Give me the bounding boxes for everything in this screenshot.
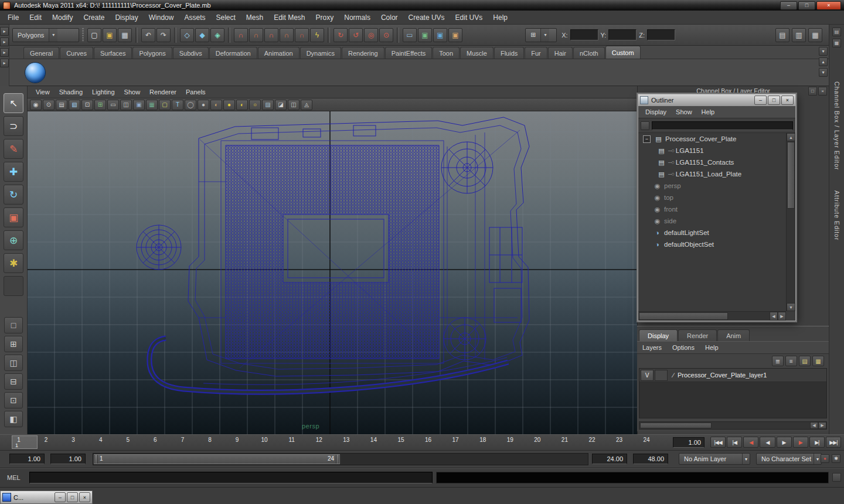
render-settings-icon[interactable]: ▣ <box>448 28 462 42</box>
outliner-item-defaultobjectset[interactable]: ◑defaultObjectSet <box>638 239 786 250</box>
panel-menu-view[interactable]: View <box>31 87 55 97</box>
custom-shelf-item-icon[interactable] <box>25 62 46 83</box>
smooth-shade-mode-icon[interactable]: ● <box>198 100 209 110</box>
snap-to-view-planes-icon[interactable]: ∩ <box>280 28 294 42</box>
shelf-tab-fluids[interactable]: Fluids <box>494 47 524 59</box>
menu-modify[interactable]: Modify <box>47 12 78 23</box>
animation-start-field[interactable]: 1.00 <box>9 454 45 464</box>
minimize-button[interactable]: – <box>55 492 66 502</box>
shelf-tab-fur[interactable]: Fur <box>525 47 547 59</box>
range-start-handle[interactable] <box>94 455 98 464</box>
wireframe-mode-icon[interactable]: ◯ <box>185 100 196 110</box>
scrollbar-thumb[interactable] <box>639 312 728 320</box>
snap-to-curves-icon[interactable]: ∩ <box>249 28 263 42</box>
layer-menu-help[interactable]: Help <box>700 342 724 353</box>
outliner-item-lga1151-load-plate[interactable]: ▤─○LGA1151_Load_Plate <box>638 168 786 180</box>
last-tool-slot[interactable] <box>4 276 23 296</box>
collapse-toolbar-row-1-icon[interactable]: ▸ <box>0 27 9 36</box>
menu-create[interactable]: Create <box>78 12 110 23</box>
isolate-select-icon[interactable]: ◪ <box>275 100 287 110</box>
shelf-tab-subdivs[interactable]: Subdivs <box>173 47 209 59</box>
select-by-component-type-icon[interactable]: ◈ <box>210 28 224 42</box>
panel-menu-show[interactable]: Show <box>120 87 145 97</box>
gate-mask-icon[interactable]: ▣ <box>133 100 145 110</box>
current-time-field[interactable]: 1.00 <box>673 437 705 448</box>
step-back-key-button[interactable]: ◀ <box>743 437 758 448</box>
play-forwards-button[interactable]: ▶ <box>777 437 792 448</box>
toggle-tool-settings-icon[interactable]: ▦ <box>832 39 841 47</box>
pane-tear-off-button[interactable]: □ <box>808 87 817 96</box>
collapse-toolbar-row-3-icon[interactable]: ▸ <box>0 48 9 57</box>
panel-menu-panels[interactable]: Panels <box>181 87 210 97</box>
undo-icon[interactable]: ↶ <box>141 28 155 42</box>
sort-layers-icon[interactable]: ≣ <box>772 356 784 366</box>
panel-menu-lighting[interactable]: Lighting <box>87 87 120 97</box>
pane-close-button[interactable]: × <box>818 87 827 96</box>
xray-mode-icon[interactable]: ▨ <box>262 100 274 110</box>
construction-history-toggle-icon[interactable]: ◎ <box>364 28 378 42</box>
collapse-toolbar-row-2-icon[interactable]: ▸ <box>0 38 9 46</box>
shelf-menu-icon[interactable]: ▾ <box>819 47 828 56</box>
snap-to-surfaces-icon[interactable]: ∩ <box>295 28 309 42</box>
film-gate-icon[interactable]: ▭ <box>107 100 119 110</box>
shelf-tab-deformation[interactable]: Deformation <box>209 47 257 59</box>
animation-preferences-icon[interactable]: ✱ <box>832 454 840 463</box>
menu-mesh[interactable]: Mesh <box>241 12 268 23</box>
shelf-tab-ncloth[interactable]: nCloth <box>573 47 605 59</box>
layer-editor-tab-display[interactable]: Display <box>639 329 678 341</box>
auto-keyframe-toggle-icon[interactable]: ● <box>821 454 829 463</box>
menu-display[interactable]: Display <box>110 12 143 23</box>
scroll-left-icon[interactable]: ◀ <box>810 422 818 429</box>
scrollbar-thumb[interactable] <box>787 142 795 209</box>
anim-layer-selector[interactable]: No Anim Layer ▾ <box>679 453 750 465</box>
expand-collapse-toggle[interactable]: − <box>643 135 651 143</box>
outliner-titlebar[interactable]: Outliner –□× <box>638 94 795 106</box>
camera-attributes-icon[interactable]: ⊙ <box>43 100 55 110</box>
wireframe-model[interactable] <box>137 117 529 392</box>
outliner-menu-show[interactable]: Show <box>671 107 697 117</box>
perspective-viewport[interactable]: persp <box>28 111 637 434</box>
menu-help[interactable]: Help <box>488 12 513 23</box>
shelf-tab-curves[interactable]: Curves <box>60 47 93 59</box>
shelf-tab-surfaces[interactable]: Surfaces <box>94 47 132 59</box>
shelf-tab-polygons[interactable]: Polygons <box>132 47 172 59</box>
select-by-object-type-icon[interactable]: ◆ <box>195 28 209 42</box>
make-object-live-icon[interactable]: ϟ <box>310 28 324 42</box>
gripper[interactable] <box>82 28 84 42</box>
shelf-tab-hair[interactable]: Hair <box>548 47 573 59</box>
create-layer-from-selected-icon[interactable]: ▦ <box>812 356 824 366</box>
open-scene-icon[interactable]: ▣ <box>103 28 117 42</box>
layer-menu-layers[interactable]: Layers <box>637 342 667 353</box>
ipr-render-icon[interactable]: ▣ <box>433 28 447 42</box>
playback-end-field[interactable]: 24.00 <box>592 454 627 464</box>
selection-mask-menu[interactable]: ⊞ ▾ <box>525 28 557 42</box>
step-forward-frame-button[interactable]: ▶| <box>809 437 825 448</box>
outliner-item-top[interactable]: ◉top <box>638 192 786 203</box>
textured-mode-icon[interactable]: ◐ <box>210 100 222 110</box>
show-layer-editor-icon[interactable]: ▥ <box>792 28 806 42</box>
panel-menu-renderer[interactable]: Renderer <box>145 87 181 97</box>
outliner-menu-help[interactable]: Help <box>697 107 720 117</box>
shelf-tab-general[interactable]: General <box>23 47 59 59</box>
outliner-item-processor-cover-plate[interactable]: −▤Processor_Cover_Plate <box>638 133 786 145</box>
new-scene-icon[interactable]: ▢ <box>87 28 101 42</box>
move-tool[interactable]: ✚ <box>4 162 23 182</box>
universal-manipulator-tool[interactable]: ⊕ <box>4 230 23 250</box>
step-forward-key-button[interactable]: ▶ <box>793 437 808 448</box>
scrollbar-track[interactable] <box>787 209 795 303</box>
layer-editor-tab-render[interactable]: Render <box>678 329 717 341</box>
go-to-start-button[interactable]: |◀◀ <box>710 437 726 448</box>
scroll-down-icon[interactable]: ▼ <box>787 303 795 311</box>
maximize-button[interactable]: □ <box>798 1 815 10</box>
create-empty-layer-icon[interactable]: ▤ <box>799 356 811 366</box>
outliner-persp-layout[interactable]: ◧ <box>4 411 23 427</box>
menu-file[interactable]: File <box>2 12 24 23</box>
rotate-tool[interactable]: ↻ <box>4 185 23 205</box>
go-to-end-button[interactable]: ▶▶| <box>826 437 841 448</box>
outliner-horizontal-scrollbar[interactable]: ◀ ▶ <box>638 311 786 321</box>
minimize-button[interactable]: – <box>780 1 797 10</box>
scroll-left-icon[interactable]: ◀ <box>770 312 778 321</box>
scrollbar-track[interactable] <box>729 312 770 321</box>
open-render-view-icon[interactable]: ▭ <box>403 28 417 42</box>
selection-highlighting-icon[interactable]: ⊙ <box>379 28 393 42</box>
